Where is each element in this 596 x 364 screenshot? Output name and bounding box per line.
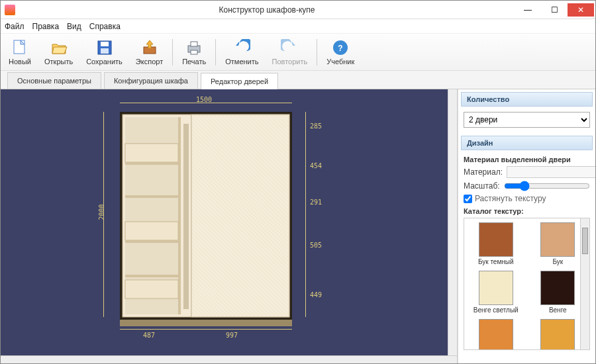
menu-view[interactable]: Вид [67, 22, 81, 31]
titlebar: Конструктор шкафов-купе — ☐ ✕ [1, 1, 595, 19]
menu-edit[interactable]: Правка [32, 22, 60, 31]
stretch-checkbox-row[interactable]: Растянуть текстуру [464, 194, 590, 203]
swatch-item[interactable]: Бук темный [468, 222, 524, 265]
material-label: Материал: [464, 167, 503, 177]
svg-rect-2 [101, 42, 109, 46]
undo-icon [232, 38, 251, 57]
wardrobe-render [120, 109, 299, 328]
design-header: Дизайн [461, 136, 593, 150]
print-button[interactable]: Печать [178, 37, 210, 67]
export-icon [140, 38, 159, 57]
texture-catalog: Бук темный Бук Венге светлый Венге [464, 218, 590, 350]
app-icon [5, 5, 15, 15]
scale-slider[interactable] [504, 181, 590, 191]
tutorial-button[interactable]: ? Учебник [323, 37, 358, 67]
menu-help[interactable]: Справка [89, 22, 121, 31]
redo-icon [280, 38, 299, 57]
svg-rect-7 [191, 50, 197, 54]
tab-door-editor[interactable]: Редактор дверей [201, 73, 278, 89]
swatch-item[interactable]: Венге светлый [468, 271, 524, 314]
help-icon: ? [331, 38, 350, 57]
svg-rect-17 [125, 240, 178, 243]
material-input[interactable] [507, 166, 595, 178]
dim-r2: 454 [310, 162, 322, 169]
dim-top: 1500 [196, 96, 212, 103]
dim-left: 2000 [98, 204, 105, 220]
door-count-select[interactable]: 2 двери [464, 112, 590, 128]
stretch-label: Растянуть текстуру [475, 194, 546, 203]
toolbar: Новый Открыть Сохранить Экспорт Печать О… [1, 34, 595, 71]
catalog-scrollbar[interactable] [580, 218, 589, 349]
swatch-item[interactable] [468, 319, 524, 350]
svg-rect-6 [191, 42, 197, 46]
dim-r1: 285 [310, 122, 322, 130]
svg-rect-13 [125, 144, 178, 162]
workspace: 1500 2000 285 454 291 505 449 487 997 [1, 89, 595, 364]
tabbar: Основные параметры Конфигурация шкафа Ре… [1, 71, 595, 89]
save-button[interactable]: Сохранить [82, 37, 126, 67]
svg-rect-15 [125, 195, 178, 198]
toolbar-separator [172, 39, 173, 66]
toolbar-separator [215, 39, 216, 66]
svg-rect-21 [183, 124, 189, 309]
svg-rect-20 [178, 117, 181, 314]
dim-r3: 291 [310, 199, 322, 206]
menu-file[interactable]: Файл [5, 22, 25, 31]
svg-rect-24 [120, 320, 292, 326]
svg-rect-16 [125, 222, 178, 240]
open-button[interactable]: Открыть [40, 37, 77, 67]
maximize-button[interactable]: ☐ [541, 3, 568, 17]
canvas[interactable]: 1500 2000 285 454 291 505 449 487 997 [1, 89, 458, 364]
canvas-scroll-horizontal[interactable] [1, 355, 457, 364]
svg-text:?: ? [338, 44, 343, 53]
window-title: Конструктор шкафов-купе [19, 5, 515, 15]
tab-config[interactable]: Конфигурация шкафа [104, 72, 198, 89]
svg-rect-3 [101, 48, 109, 54]
print-icon [185, 38, 203, 57]
new-file-icon [11, 38, 29, 57]
qty-header: Количество [461, 92, 593, 107]
close-button[interactable]: ✕ [568, 3, 594, 17]
undo-button[interactable]: Отменить [221, 37, 262, 67]
svg-rect-19 [125, 280, 178, 298]
dim-r4: 505 [310, 242, 322, 249]
svg-rect-23 [191, 114, 289, 317]
side-panel: Количество 2 двери Дизайн Материал выдел… [458, 89, 595, 364]
new-button[interactable]: Новый [5, 37, 35, 67]
svg-rect-14 [125, 162, 178, 165]
folder-open-icon [50, 38, 68, 57]
door-material-title: Материал выделенной двери [464, 156, 590, 163]
dim-r5: 449 [310, 291, 322, 298]
canvas-scroll-vertical[interactable] [448, 89, 457, 355]
menubar: Файл Правка Вид Справка [1, 19, 595, 34]
dim-b1: 487 [143, 332, 155, 339]
toolbar-separator [317, 39, 317, 66]
minimize-button[interactable]: — [515, 3, 541, 17]
swatch-item[interactable]: Венге [530, 271, 586, 314]
swatch-item[interactable] [530, 319, 586, 350]
swatch-item[interactable]: Бук [530, 222, 586, 265]
catalog-label: Каталог текстур: [464, 207, 590, 215]
save-icon [95, 38, 114, 57]
dim-b2: 997 [226, 332, 238, 339]
tab-basic-params[interactable]: Основные параметры [7, 72, 101, 89]
svg-rect-18 [125, 275, 178, 277]
export-button[interactable]: Экспорт [132, 37, 167, 67]
redo-button[interactable]: Повторить [268, 37, 312, 67]
stretch-checkbox[interactable] [464, 195, 472, 203]
scale-label: Масштаб: [464, 181, 500, 191]
